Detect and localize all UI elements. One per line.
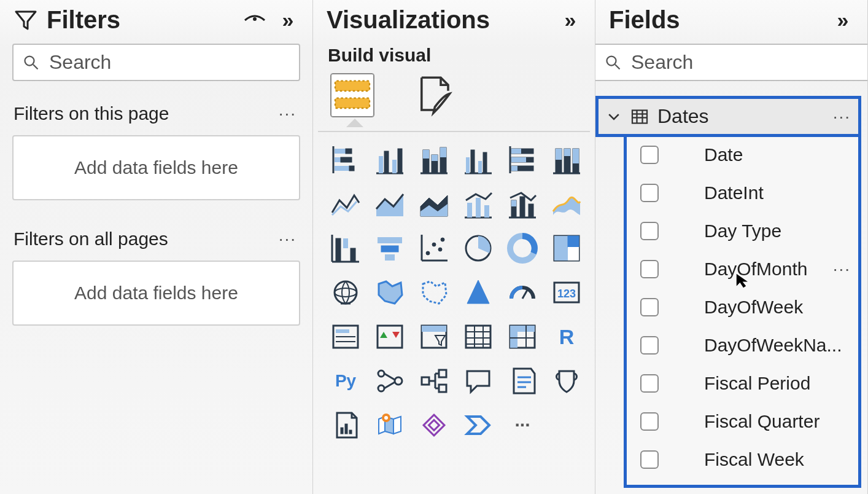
collapse-icon[interactable]: » <box>558 8 583 33</box>
svg-rect-3 <box>335 81 370 91</box>
search-icon <box>604 53 622 72</box>
viz-stacked-bar-100[interactable] <box>503 141 541 179</box>
eye-icon[interactable] <box>242 8 267 33</box>
filters-allpages-section: Filters on all pages ··· <box>0 218 312 256</box>
format-visual-tab[interactable] <box>411 73 455 117</box>
viz-line-stacked-column[interactable] <box>503 185 541 223</box>
field-item[interactable]: DateInt <box>630 180 854 206</box>
viz-card[interactable]: 123 <box>548 273 586 312</box>
svg-marker-131 <box>737 274 748 288</box>
viz-power-apps[interactable] <box>415 406 453 444</box>
filters-page-dropzone[interactable]: Add data fields here <box>12 135 300 200</box>
viz-area[interactable] <box>371 185 409 223</box>
svg-rect-72 <box>554 236 568 261</box>
viz-multi-row-card[interactable] <box>327 318 365 356</box>
svg-rect-118 <box>345 424 347 434</box>
field-item[interactable]: DayOfWeekNa... <box>630 332 854 358</box>
collapse-icon[interactable]: » <box>276 8 300 33</box>
svg-rect-61 <box>381 246 398 252</box>
viz-kpi[interactable] <box>371 318 409 356</box>
filters-search-input[interactable]: Search <box>12 44 300 81</box>
viz-filled-map[interactable] <box>371 273 409 312</box>
more-icon[interactable]: ··· <box>833 259 851 279</box>
svg-rect-99 <box>510 326 517 348</box>
viz-gauge[interactable] <box>503 273 541 312</box>
viz-paginated-report[interactable] <box>327 406 365 444</box>
svg-rect-122 <box>424 415 444 436</box>
field-item[interactable]: Date <box>630 142 854 168</box>
viz-qna[interactable] <box>459 362 497 400</box>
svg-line-105 <box>384 374 395 380</box>
viz-treemap[interactable] <box>548 229 586 267</box>
viz-azure-map[interactable] <box>459 273 497 312</box>
viz-clustered-column[interactable] <box>459 141 497 179</box>
checkbox[interactable] <box>640 184 659 202</box>
field-item[interactable]: Fiscal Quarter <box>630 409 854 434</box>
viz-ribbon[interactable] <box>548 185 586 223</box>
viz-py-visual[interactable]: Py <box>327 362 365 400</box>
viz-pie[interactable] <box>459 229 497 267</box>
checkbox[interactable] <box>640 450 659 469</box>
build-visual-tab[interactable] <box>330 73 374 117</box>
field-item[interactable]: Fiscal Week <box>630 447 854 472</box>
viz-donut[interactable] <box>503 229 541 267</box>
viz-slicer[interactable] <box>415 318 453 356</box>
collapse-icon[interactable]: » <box>831 8 855 33</box>
viz-map[interactable] <box>327 273 365 312</box>
svg-point-102 <box>378 370 384 377</box>
viz-table[interactable] <box>459 318 497 356</box>
svg-rect-27 <box>478 161 482 173</box>
svg-rect-108 <box>439 370 446 377</box>
viz-waterfall[interactable] <box>327 229 365 267</box>
viz-power-automate[interactable] <box>459 406 497 444</box>
viz-scatter[interactable] <box>415 229 453 267</box>
more-icon[interactable]: ··· <box>833 107 851 127</box>
viz-smart-narrative[interactable] <box>503 362 541 400</box>
checkbox[interactable] <box>640 260 659 278</box>
viz-line-clustered-column[interactable] <box>459 185 497 223</box>
svg-rect-11 <box>349 166 354 171</box>
svg-rect-52 <box>511 200 516 206</box>
viz-r-visual[interactable]: R <box>548 318 586 356</box>
svg-rect-7 <box>346 149 352 154</box>
viz-goals[interactable] <box>548 362 586 400</box>
table-dates[interactable]: Dates ··· <box>595 96 861 137</box>
viz-stacked-column-100[interactable] <box>548 141 586 179</box>
svg-rect-49 <box>484 205 489 218</box>
svg-line-125 <box>615 65 620 69</box>
viz-shape-map[interactable] <box>415 273 453 312</box>
filters-allpages-dropzone[interactable]: Add data fields here <box>12 261 300 326</box>
viz-key-influencers[interactable] <box>371 362 409 400</box>
field-item[interactable]: Fiscal Period <box>630 370 854 396</box>
field-item[interactable]: DayOfWeek <box>630 294 854 320</box>
field-item[interactable]: DayOfMonth··· <box>630 256 854 282</box>
viz-funnel[interactable] <box>371 229 409 267</box>
svg-rect-119 <box>349 430 352 434</box>
field-label: DayOfWeek <box>676 297 851 318</box>
viz-stacked-bar[interactable] <box>327 141 365 179</box>
checkbox[interactable] <box>640 222 659 240</box>
checkbox[interactable] <box>640 298 659 316</box>
checkbox[interactable] <box>640 336 659 355</box>
more-icon[interactable]: ··· <box>279 229 296 249</box>
viz-decomposition-tree[interactable] <box>415 362 453 400</box>
viz-stacked-area[interactable] <box>415 185 453 223</box>
fields-search-input[interactable]: Search <box>595 44 867 81</box>
svg-rect-58 <box>343 238 348 248</box>
viz-matrix[interactable] <box>503 318 541 356</box>
viz-more[interactable]: ··· <box>503 406 541 444</box>
checkbox[interactable] <box>640 146 659 164</box>
viz-arcgis[interactable] <box>371 406 409 444</box>
filters-page-label: Filters on this page <box>14 103 169 124</box>
more-icon[interactable]: ··· <box>279 104 296 124</box>
viz-line[interactable] <box>327 185 365 223</box>
svg-point-68 <box>441 238 444 241</box>
svg-rect-15 <box>392 160 397 173</box>
checkbox[interactable] <box>640 374 659 393</box>
field-item[interactable]: Day Type <box>630 218 854 244</box>
svg-rect-6 <box>335 149 346 154</box>
svg-rect-8 <box>335 157 341 162</box>
checkbox[interactable] <box>640 412 659 431</box>
viz-stacked-column[interactable] <box>415 141 453 179</box>
viz-clustered-bar[interactable] <box>371 141 409 179</box>
